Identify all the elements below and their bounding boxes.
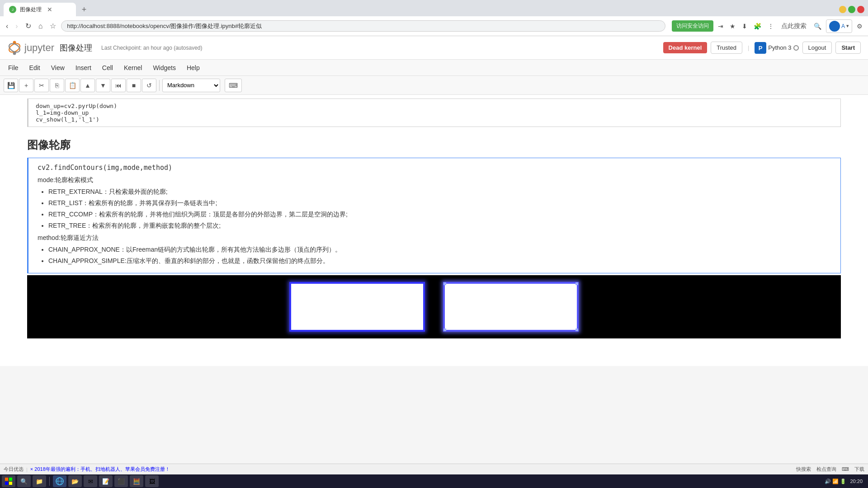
cut-button[interactable]: ✂ bbox=[34, 79, 49, 92]
output-image-mock bbox=[262, 275, 606, 338]
taskbar: 🔍 📁 📂 ✉ 📝 ⬛ 🧮 🖼 🔊 📶 🔋 20:20 bbox=[0, 474, 868, 488]
save-button[interactable]: 💾 bbox=[4, 79, 18, 92]
taskbar-search[interactable]: 🔍 bbox=[17, 475, 31, 487]
menu-bar: File Edit View Insert Cell Kernel Widget… bbox=[0, 60, 868, 76]
toolbar-separator bbox=[159, 80, 160, 91]
logout-button[interactable]: Logout bbox=[802, 42, 832, 54]
mode-item-3: RETR_TREE：检索所有的轮廓，并重构嵌套轮廓的整个层次; bbox=[48, 221, 831, 230]
reload-button[interactable]: ↻ bbox=[23, 21, 33, 31]
settings-button[interactable]: ⚙ bbox=[855, 22, 864, 31]
menu-kernel[interactable]: Kernel bbox=[119, 62, 146, 73]
status-right-1: 检点查询 bbox=[816, 466, 836, 473]
extension-button[interactable]: 🧩 bbox=[752, 22, 763, 31]
notebook-title[interactable]: 图像处理 bbox=[60, 42, 92, 53]
mode-item-2: RETR_CCOMP：检索所有的轮廓，并将他们组织为两层：顶层是各部分的外部边界… bbox=[48, 210, 831, 219]
svg-rect-10 bbox=[5, 482, 8, 485]
back-button[interactable]: ‹ bbox=[4, 21, 10, 31]
menu-widgets[interactable]: Widgets bbox=[148, 62, 180, 73]
taskbar-img[interactable]: 🖼 bbox=[145, 475, 159, 487]
browser-chrome: J 图像处理 ✕ + ‹ › ↻ ⌂ ☆ 访问安全访问 ⇥ ★ ⬇ 🧩 ⋮ 点此… bbox=[0, 0, 868, 36]
menu-edit[interactable]: Edit bbox=[25, 62, 45, 73]
taskbar-browser[interactable] bbox=[53, 475, 66, 487]
address-input[interactable] bbox=[61, 20, 665, 32]
status-separator: | bbox=[26, 467, 28, 472]
forward-button[interactable]: › bbox=[13, 21, 20, 31]
code-line-2: l_1=img-down_up bbox=[36, 109, 833, 116]
keyboard-shortcuts-button[interactable]: ⌨ bbox=[225, 79, 242, 92]
stop-button[interactable]: ■ bbox=[127, 79, 141, 92]
security-button[interactable]: 访问安全访问 bbox=[672, 20, 713, 32]
status-right-2: ⌨ bbox=[842, 466, 849, 472]
maximize-button[interactable] bbox=[848, 6, 855, 13]
method-item-0: CHAIN_APPROX_NONE：以Freeman链码的方式输出轮廓，所有其他… bbox=[48, 245, 831, 254]
profile-label: A bbox=[841, 23, 845, 29]
taskbar-start[interactable] bbox=[2, 475, 15, 487]
active-tab[interactable]: J 图像处理 ✕ bbox=[4, 3, 76, 16]
section-heading: 图像轮廓 bbox=[0, 131, 868, 156]
status-right: 快搜索 检点查询 ⌨ 下载 bbox=[796, 466, 864, 473]
python-badge: P Python 3 bbox=[755, 42, 798, 54]
search-button[interactable]: 点此搜索 bbox=[778, 21, 809, 31]
menu-insert[interactable]: Insert bbox=[71, 62, 96, 73]
move-down-button[interactable]: ▼ bbox=[96, 79, 110, 92]
svg-rect-8 bbox=[5, 478, 8, 481]
cell-type-select[interactable]: Markdown Code Raw NBConvert Heading bbox=[162, 79, 220, 92]
download-button[interactable]: ⬇ bbox=[740, 22, 749, 31]
taskbar-terminal[interactable]: ⬛ bbox=[114, 475, 128, 487]
status-left-1: 今日优选 bbox=[4, 466, 24, 473]
trusted-button[interactable]: Trusted bbox=[711, 42, 742, 54]
profile-button[interactable]: A ▾ bbox=[826, 19, 852, 33]
code-cell-prev[interactable]: down_up=cv2.pyrUp(down) l_1=img-down_up … bbox=[27, 99, 841, 127]
tab-close-button[interactable]: ✕ bbox=[47, 6, 52, 13]
bookmark-star-button[interactable]: ★ bbox=[728, 22, 737, 31]
code-line-3: cv_show(l_1,'l_1') bbox=[36, 116, 833, 123]
svg-rect-9 bbox=[9, 478, 12, 481]
mode-label: mode:轮廓检索模式 bbox=[38, 176, 831, 184]
bookmark-button[interactable]: ☆ bbox=[47, 21, 58, 31]
copy-button[interactable]: ⎘ bbox=[50, 79, 64, 92]
start-button[interactable]: Start bbox=[835, 42, 861, 54]
contour-rect-right bbox=[443, 282, 579, 332]
move-up-button[interactable]: ▲ bbox=[80, 79, 95, 92]
new-tab-button[interactable]: + bbox=[78, 3, 90, 16]
dead-kernel-button[interactable]: Dead kernel bbox=[663, 42, 708, 53]
home-button[interactable]: ⌂ bbox=[36, 21, 45, 31]
taskbar-separator bbox=[49, 477, 50, 486]
to-top-button[interactable]: ⏮ bbox=[111, 79, 126, 92]
insert-cell-button[interactable]: + bbox=[19, 79, 33, 92]
status-right-3: 下载 bbox=[854, 466, 864, 473]
code-line-1: down_up=cv2.pyrUp(down) bbox=[36, 103, 833, 109]
header-right: Dead kernel Trusted | P Python 3 Logout … bbox=[663, 42, 861, 54]
tab-bar: J 图像处理 ✕ + bbox=[0, 0, 868, 16]
taskbar-file-manager[interactable]: 📁 bbox=[33, 475, 46, 487]
more-button[interactable]: ⋮ bbox=[766, 22, 776, 31]
minimize-button[interactable] bbox=[839, 6, 846, 13]
paste-button[interactable]: 📋 bbox=[65, 79, 80, 92]
taskbar-notepad[interactable]: 📝 bbox=[99, 475, 113, 487]
toolbar: 💾 + ✂ ⎘ 📋 ▲ ▼ ⏮ ■ ↺ Markdown Code Raw NB… bbox=[0, 76, 868, 95]
menu-view[interactable]: View bbox=[47, 62, 69, 73]
share-button[interactable]: ⇥ bbox=[716, 22, 725, 31]
method-label: method:轮廓逼近方法 bbox=[38, 234, 831, 242]
zoom-button[interactable]: 🔍 bbox=[812, 22, 823, 31]
restart-button[interactable]: ↺ bbox=[142, 79, 156, 92]
svg-point-5 bbox=[8, 42, 22, 54]
taskbar-mail[interactable]: ✉ bbox=[84, 475, 97, 487]
markdown-cell[interactable]: cv2.findContours(img,mode,method) mode:轮… bbox=[27, 158, 841, 273]
notebook-content[interactable]: down_up=cv2.pyrUp(down) l_1=img-down_up … bbox=[0, 95, 868, 366]
checkpoint-text: Last Checkpoint: an hour ago (autosaved) bbox=[101, 45, 202, 51]
jupyter-header: jupyter 图像处理 Last Checkpoint: an hour ag… bbox=[0, 36, 868, 60]
menu-help[interactable]: Help bbox=[182, 62, 204, 73]
python-version-label: Python 3 bbox=[768, 44, 791, 51]
menu-cell[interactable]: Cell bbox=[98, 62, 118, 73]
method-list: CHAIN_APPROX_NONE：以Freeman链码的方式输出轮廓，所有其他… bbox=[48, 245, 831, 266]
taskbar-calc[interactable]: 🧮 bbox=[130, 475, 143, 487]
taskbar-time: 20:20 bbox=[850, 479, 863, 484]
menu-file[interactable]: File bbox=[4, 62, 23, 73]
tab-favicon: J bbox=[9, 6, 16, 13]
profile-area: A ▾ bbox=[826, 19, 852, 33]
close-button[interactable] bbox=[857, 6, 864, 13]
taskbar-folder-2[interactable]: 📂 bbox=[68, 475, 82, 487]
profile-avatar bbox=[829, 21, 840, 32]
profile-chevron: ▾ bbox=[846, 23, 849, 29]
